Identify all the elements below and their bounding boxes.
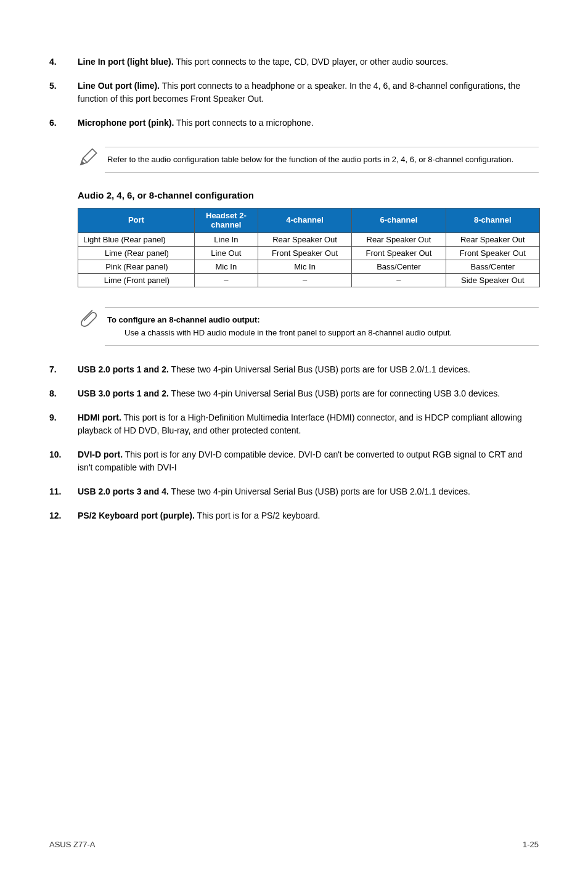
- table-row: Lime (Front panel)–––Side Speaker Out: [78, 273, 540, 287]
- table-row: Light Blue (Rear panel)Line InRear Speak…: [78, 232, 540, 246]
- item-text: Line Out port (lime). This port connects…: [78, 80, 539, 105]
- item-7: 7. USB 2.0 ports 1 and 2. These two 4-pi…: [49, 363, 539, 376]
- item-number: 8.: [49, 387, 78, 400]
- item-text: Microphone port (pink). This port connec…: [78, 117, 539, 129]
- item-number: 7.: [49, 363, 78, 376]
- item-number: 11.: [49, 485, 78, 498]
- item-number: 9.: [49, 411, 78, 437]
- th-4ch: 4-channel: [258, 208, 351, 232]
- item-4: 4. Line In port (light blue). This port …: [49, 55, 539, 68]
- note-text: Refer to the audio configuration table b…: [105, 147, 539, 173]
- audio-config-table: Port Headset 2-channel 4-channel 6-chann…: [78, 208, 540, 287]
- table-row: Pink (Rear panel)Mic InMic InBass/Center…: [78, 260, 540, 273]
- item-text: USB 2.0 ports 3 and 4. These two 4-pin U…: [78, 485, 539, 498]
- pencil-icon: [78, 147, 105, 170]
- item-6: 6. Microphone port (pink). This port con…: [49, 117, 539, 129]
- th-2ch: Headset 2-channel: [194, 208, 258, 232]
- table-row: Lime (Rear panel)Line OutFront Speaker O…: [78, 246, 540, 260]
- footer-page-number: 1-25: [523, 840, 539, 849]
- note-refer-audio: Refer to the audio configuration table b…: [78, 147, 539, 173]
- item-10: 10. DVI-D port. This port is for any DVI…: [49, 448, 539, 474]
- audio-config-heading: Audio 2, 4, 6, or 8-channel configuratio…: [78, 190, 539, 200]
- footer-title: ASUS Z77-A: [49, 840, 95, 849]
- item-9: 9. HDMI port. This port is for a High-De…: [49, 411, 539, 437]
- item-8: 8. USB 3.0 ports 1 and 2. These two 4-pi…: [49, 387, 539, 400]
- item-number: 10.: [49, 448, 78, 474]
- item-text: Line In port (light blue). This port con…: [78, 55, 539, 68]
- item-11: 11. USB 2.0 ports 3 and 4. These two 4-p…: [49, 485, 539, 498]
- th-6ch: 6-channel: [352, 208, 446, 232]
- th-port: Port: [78, 208, 195, 232]
- paperclip-icon: [78, 307, 105, 330]
- item-text: USB 2.0 ports 1 and 2. These two 4-pin U…: [78, 363, 539, 376]
- page-footer: ASUS Z77-A 1-25: [49, 840, 539, 849]
- item-number: 12.: [49, 509, 78, 522]
- item-text: USB 3.0 ports 1 and 2. These two 4-pin U…: [78, 387, 539, 400]
- item-number: 6.: [49, 117, 78, 129]
- note-text: To configure an 8-channel audio output: …: [105, 307, 539, 346]
- item-number: 5.: [49, 80, 78, 105]
- item-5: 5. Line Out port (lime). This port conne…: [49, 80, 539, 105]
- item-12: 12. PS/2 Keyboard port (purple). This po…: [49, 509, 539, 522]
- note-8channel: To configure an 8-channel audio output: …: [78, 307, 539, 346]
- item-number: 4.: [49, 55, 78, 68]
- item-text: DVI-D port. This port is for any DVI-D c…: [78, 448, 539, 474]
- item-text: HDMI port. This port is for a High-Defin…: [78, 411, 539, 437]
- item-text: PS/2 Keyboard port (purple). This port i…: [78, 509, 539, 522]
- th-8ch: 8-channel: [446, 208, 539, 232]
